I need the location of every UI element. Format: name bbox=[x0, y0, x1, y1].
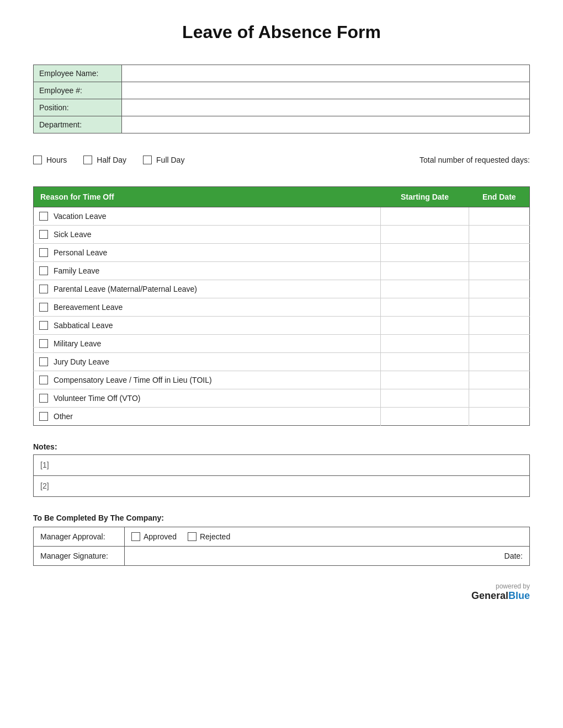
end-date-8[interactable] bbox=[469, 353, 530, 371]
reason-table: Reason for Time Off Starting Date End Da… bbox=[33, 186, 530, 426]
reason-label-6: Sabbatical Leave bbox=[54, 321, 113, 330]
reason-checkbox-6[interactable] bbox=[39, 321, 48, 330]
rejected-checkbox[interactable] bbox=[188, 532, 196, 541]
starting-date-11[interactable] bbox=[381, 408, 469, 426]
starting-date-5[interactable] bbox=[381, 298, 469, 317]
manager-signature-row: Manager Signature: Date: bbox=[34, 547, 530, 566]
hours-option[interactable]: Hours bbox=[33, 156, 67, 164]
reason-row-6: Sabbatical Leave bbox=[34, 317, 530, 335]
approval-options-cell: Approved Rejected bbox=[125, 527, 530, 547]
notes-label: Notes: bbox=[33, 442, 530, 451]
starting-date-2[interactable] bbox=[381, 244, 469, 262]
end-date-6[interactable] bbox=[469, 317, 530, 335]
reason-checkbox-0[interactable] bbox=[39, 212, 48, 221]
reason-checkbox-11[interactable] bbox=[39, 412, 48, 421]
reason-label-2: Personal Leave bbox=[54, 248, 107, 257]
company-table: Manager Approval: Approved Rejected Mana… bbox=[33, 527, 530, 566]
duration-row: Hours Half Day Full Day Total number of … bbox=[33, 150, 530, 170]
reason-cell-1: Sick Leave bbox=[34, 226, 381, 244]
reason-checkbox-2[interactable] bbox=[39, 248, 48, 257]
starting-date-7[interactable] bbox=[381, 335, 469, 353]
reason-row-4: Parental Leave (Maternal/Paternal Leave) bbox=[34, 280, 530, 298]
end-date-1[interactable] bbox=[469, 226, 530, 244]
reason-label-1: Sick Leave bbox=[54, 230, 91, 239]
employee-field-label-3: Department: bbox=[34, 116, 122, 133]
half-day-option[interactable]: Half Day bbox=[83, 156, 126, 164]
company-section-label: To Be Completed By The Company: bbox=[33, 513, 530, 522]
end-date-9[interactable] bbox=[469, 371, 530, 389]
starting-date-1[interactable] bbox=[381, 226, 469, 244]
brand-blue: Blue bbox=[508, 590, 530, 601]
signature-cell: Date: bbox=[125, 547, 530, 566]
end-date-0[interactable] bbox=[469, 207, 530, 226]
page-title: Leave of Absence Form bbox=[33, 22, 530, 42]
notes-cell-0[interactable]: [1] bbox=[34, 455, 530, 476]
starting-date-3[interactable] bbox=[381, 262, 469, 280]
approved-checkbox[interactable] bbox=[131, 532, 140, 541]
reason-cell-4: Parental Leave (Maternal/Paternal Leave) bbox=[34, 280, 381, 298]
reason-row-3: Family Leave bbox=[34, 262, 530, 280]
rejected-option[interactable]: Rejected bbox=[188, 532, 230, 541]
reason-checkbox-7[interactable] bbox=[39, 339, 48, 348]
end-date-2[interactable] bbox=[469, 244, 530, 262]
starting-date-0[interactable] bbox=[381, 207, 469, 226]
footer: powered by GeneralBlue bbox=[33, 582, 530, 602]
reason-checkbox-9[interactable] bbox=[39, 376, 48, 384]
half-day-checkbox[interactable] bbox=[83, 156, 92, 164]
full-day-checkbox[interactable] bbox=[143, 156, 152, 164]
employee-info-table: Employee Name: Employee #: Position: Dep… bbox=[33, 65, 530, 133]
date-label: Date: bbox=[504, 552, 523, 560]
powered-by-text: powered by bbox=[496, 582, 530, 590]
end-date-col-header: End Date bbox=[469, 187, 530, 207]
starting-date-6[interactable] bbox=[381, 317, 469, 335]
starting-date-4[interactable] bbox=[381, 280, 469, 298]
reason-label-7: Military Leave bbox=[54, 339, 101, 348]
end-date-4[interactable] bbox=[469, 280, 530, 298]
reason-row-7: Military Leave bbox=[34, 335, 530, 353]
reason-checkbox-4[interactable] bbox=[39, 285, 48, 293]
reason-cell-9: Compensatory Leave / Time Off in Lieu (T… bbox=[34, 371, 381, 389]
end-date-10[interactable] bbox=[469, 389, 530, 408]
end-date-5[interactable] bbox=[469, 298, 530, 317]
reason-label-3: Family Leave bbox=[54, 266, 99, 275]
approved-label: Approved bbox=[144, 532, 177, 541]
employee-field-value-1[interactable] bbox=[122, 82, 530, 99]
end-date-11[interactable] bbox=[469, 408, 530, 426]
reason-checkbox-10[interactable] bbox=[39, 394, 48, 403]
starting-date-9[interactable] bbox=[381, 371, 469, 389]
starting-date-8[interactable] bbox=[381, 353, 469, 371]
reason-label-5: Bereavement Leave bbox=[54, 303, 123, 312]
employee-field-label-0: Employee Name: bbox=[34, 65, 122, 82]
reason-checkbox-8[interactable] bbox=[39, 357, 48, 366]
approved-option[interactable]: Approved bbox=[131, 532, 177, 541]
employee-row-1: Employee #: bbox=[34, 82, 530, 99]
reason-label-9: Compensatory Leave / Time Off in Lieu (T… bbox=[54, 376, 212, 384]
reason-checkbox-5[interactable] bbox=[39, 303, 48, 312]
reason-cell-2: Personal Leave bbox=[34, 244, 381, 262]
full-day-option[interactable]: Full Day bbox=[143, 156, 184, 164]
reason-row-5: Bereavement Leave bbox=[34, 298, 530, 317]
employee-field-value-3[interactable] bbox=[122, 116, 530, 133]
reason-row-2: Personal Leave bbox=[34, 244, 530, 262]
brand-black: General bbox=[471, 590, 508, 601]
brand-name: GeneralBlue bbox=[471, 590, 530, 602]
reason-label-4: Parental Leave (Maternal/Paternal Leave) bbox=[54, 285, 197, 293]
notes-cell-1[interactable]: [2] bbox=[34, 476, 530, 497]
hours-checkbox[interactable] bbox=[33, 156, 42, 164]
half-day-label: Half Day bbox=[97, 156, 126, 164]
notes-row-0: [1] bbox=[34, 455, 530, 476]
manager-approval-label: Manager Approval: bbox=[34, 527, 125, 547]
employee-row-3: Department: bbox=[34, 116, 530, 133]
reason-checkbox-1[interactable] bbox=[39, 230, 48, 239]
full-day-label: Full Day bbox=[156, 156, 184, 164]
employee-field-value-2[interactable] bbox=[122, 99, 530, 116]
end-date-3[interactable] bbox=[469, 262, 530, 280]
employee-field-value-0[interactable] bbox=[122, 65, 530, 82]
employee-row-2: Position: bbox=[34, 99, 530, 116]
reason-label-8: Jury Duty Leave bbox=[54, 357, 109, 366]
end-date-7[interactable] bbox=[469, 335, 530, 353]
notes-table: [1][2] bbox=[33, 454, 530, 497]
reason-cell-3: Family Leave bbox=[34, 262, 381, 280]
reason-checkbox-3[interactable] bbox=[39, 266, 48, 275]
starting-date-10[interactable] bbox=[381, 389, 469, 408]
